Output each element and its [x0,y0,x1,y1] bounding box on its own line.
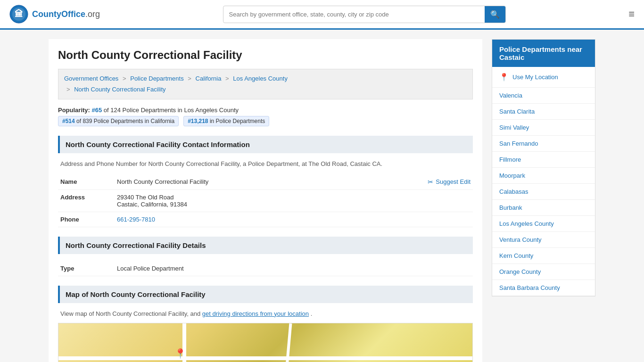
breadcrumb-sep-4: > [66,86,70,93]
sidebar-link-valencia[interactable]: Valencia [492,88,595,103]
sidebar-link-la-county[interactable]: Los Angeles County [492,216,595,231]
search-box: 🔍 [223,6,506,23]
breadcrumb-item-current[interactable]: North County Correctional Facility [74,86,165,93]
map-road-h [58,356,472,360]
popularity-rank1-text: of 124 Police Departments in Los Angeles… [104,107,239,114]
type-row: Type Local Police Department [58,261,473,276]
address-value: 29340 The Old Road Castaic, California, … [117,194,471,208]
map-description: View map of North County Correctional Fa… [58,310,473,317]
list-item: Calabasas [492,184,595,200]
sidebar-link-moorpark[interactable]: Moorpark [492,168,595,183]
logo-icon: 🏛 [9,5,28,24]
list-item: Valencia [492,88,595,104]
list-item: Santa Barbara County [492,280,595,296]
popularity-badges: #514 of 839 Police Departments in Califo… [58,116,473,126]
pop-badge-2: #13,218 in Police Departments [183,116,269,126]
address-line2: Castaic, California, 91384 [117,201,471,208]
location-pin-icon: 📍 [499,73,509,82]
details-section-header: North County Correctional Facility Detai… [58,237,473,254]
phone-link[interactable]: 661-295-7810 [117,216,155,223]
site-header: 🏛 CountyOffice.org 🔍 ≡ [0,0,644,30]
map-period: . [311,310,313,317]
svg-text:🏛: 🏛 [15,9,23,19]
popularity-label: Popularity: [58,107,90,114]
use-my-location-link[interactable]: 📍 Use My Location [492,67,595,88]
list-item: Orange County [492,264,595,280]
breadcrumb-item-police[interactable]: Police Departments [130,75,183,82]
phone-label: Phone [60,216,117,223]
suggest-edit-link[interactable]: ✂ Suggest Edit [428,178,471,186]
sidebar-title: Police Departments near Castaic [492,40,595,67]
name-row: Name North County Correctional Facility … [58,174,473,190]
breadcrumb-item-gov[interactable]: Government Offices [64,75,118,82]
sidebar-link-san-fernando[interactable]: San Fernando [492,136,595,151]
use-my-location-text: Use My Location [512,74,558,81]
list-item: Simi Valley [492,120,595,136]
map-section-header: Map of North County Correctional Facilit… [58,286,473,303]
list-item: Burbank [492,200,595,216]
page-title: North County Correctional Facility [58,46,473,62]
nearby-links-list: Valencia Santa Clarita Simi Valley San F… [492,88,595,296]
sidebar-box: Police Departments near Castaic 📍 Use My… [492,39,595,296]
sidebar-link-kern-county[interactable]: Kern County [492,248,595,263]
sidebar-link-simi-valley[interactable]: Simi Valley [492,120,595,135]
contact-description: Address and Phone Number for North Count… [58,160,473,167]
list-item: Fillmore [492,152,595,168]
contact-section-header: North County Correctional Facility Conta… [58,136,473,153]
sidebar: Police Departments near Castaic 📍 Use My… [492,39,595,362]
list-item: Los Angeles County [492,216,595,232]
map-pin: 📍 [174,348,186,359]
breadcrumb-item-california[interactable]: California [196,75,222,82]
pop-badge-1: #514 of 839 Police Departments in Califo… [58,116,179,126]
breadcrumb-sep-3: > [225,75,229,82]
breadcrumb-sep-1: > [123,75,126,82]
sidebar-link-ventura-county[interactable]: Ventura County [492,232,595,247]
list-item: San Fernando [492,136,595,152]
driving-directions-link[interactable]: get driving directions from your locatio… [202,310,309,317]
list-item: Moorpark [492,168,595,184]
list-item: Kern County [492,248,595,264]
logo-area: 🏛 CountyOffice.org [9,5,100,24]
popularity-rank1: #65 [92,107,102,114]
name-label: Name [60,178,117,185]
search-area: 🔍 [223,6,506,23]
address-label: Address [60,194,117,201]
sidebar-link-calabasas[interactable]: Calabasas [492,184,595,199]
logo-text: CountyOffice.org [32,9,100,19]
type-details: Type Local Police Department [58,261,473,276]
address-row: Address 29340 The Old Road Castaic, Cali… [58,190,473,212]
map-placeholder[interactable]: 📍 M Enterprize 🍴 Las Delicias 🍴 Port Taq… [58,323,473,362]
suggest-edit-icon: ✂ [428,178,433,186]
address-line1: 29340 The Old Road [117,194,471,201]
contact-details: Name North County Correctional Facility … [58,174,473,227]
sidebar-link-fillmore[interactable]: Fillmore [492,152,595,167]
breadcrumb-sep-2: > [188,75,191,82]
type-label: Type [60,265,117,272]
phone-row: Phone 661-295-7810 [58,212,473,227]
suggest-edit-text: Suggest Edit [436,178,471,185]
type-value: Local Police Department [117,265,471,272]
name-value: North County Correctional Facility [117,178,428,185]
phone-value: 661-295-7810 [117,216,471,223]
popularity-section: Popularity: #65 of 124 Police Department… [58,107,473,126]
search-input[interactable] [223,7,485,22]
sidebar-link-orange-county[interactable]: Orange County [492,264,595,280]
sidebar-link-santa-clarita[interactable]: Santa Clarita [492,104,595,119]
sidebar-link-santa-barbara-county[interactable]: Santa Barbara County [492,280,595,296]
menu-button[interactable]: ≡ [628,9,635,19]
list-item: Ventura County [492,232,595,248]
content-area: North County Correctional Facility Gover… [49,39,482,362]
list-item: Santa Clarita [492,104,595,120]
map-desc-text: View map of North County Correctional Fa… [60,310,202,317]
sidebar-link-burbank[interactable]: Burbank [492,200,595,215]
breadcrumb: Government Offices > Police Departments … [58,69,473,99]
breadcrumb-item-la-county[interactable]: Los Angeles County [233,75,288,82]
main-container: North County Correctional Facility Gover… [39,30,605,362]
search-button[interactable]: 🔍 [485,6,505,23]
